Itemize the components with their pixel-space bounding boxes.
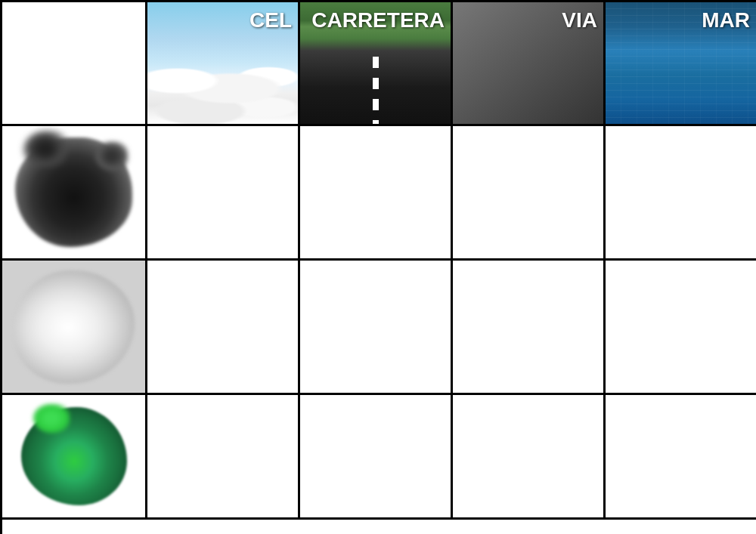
row4-col0 [2,395,147,520]
header-mar: MAR [606,2,756,126]
header-carretera: CARRETERA [300,2,453,126]
row3-col0 [2,261,147,395]
row3-col4 [606,261,756,395]
row2-col3 [453,126,606,261]
row4-col4 [606,395,756,520]
dark-smoke-icon [15,137,132,247]
col3-label: VIA [562,8,597,32]
col4-label: MAR [702,8,750,32]
row2-col2 [300,126,453,261]
main-grid: CEL CARRETERA VIA MAR [0,0,756,534]
row3-col2 [300,261,453,395]
row2-col0 [2,126,147,261]
row2-col1 [147,126,300,261]
col2-label: CARRETERA [311,8,445,32]
row4-col1 [147,395,300,520]
header-empty [2,2,147,126]
row4-col2 [300,395,453,520]
row3-col1 [147,261,300,395]
col1-label: CEL [249,8,292,32]
row3-col3 [453,261,606,395]
header-via: VIA [453,2,606,126]
row4-col3 [453,395,606,520]
header-cel: CEL [147,2,300,126]
light-smoke-icon [14,270,135,384]
green-blob-icon [21,407,127,505]
row2-col4 [606,126,756,261]
